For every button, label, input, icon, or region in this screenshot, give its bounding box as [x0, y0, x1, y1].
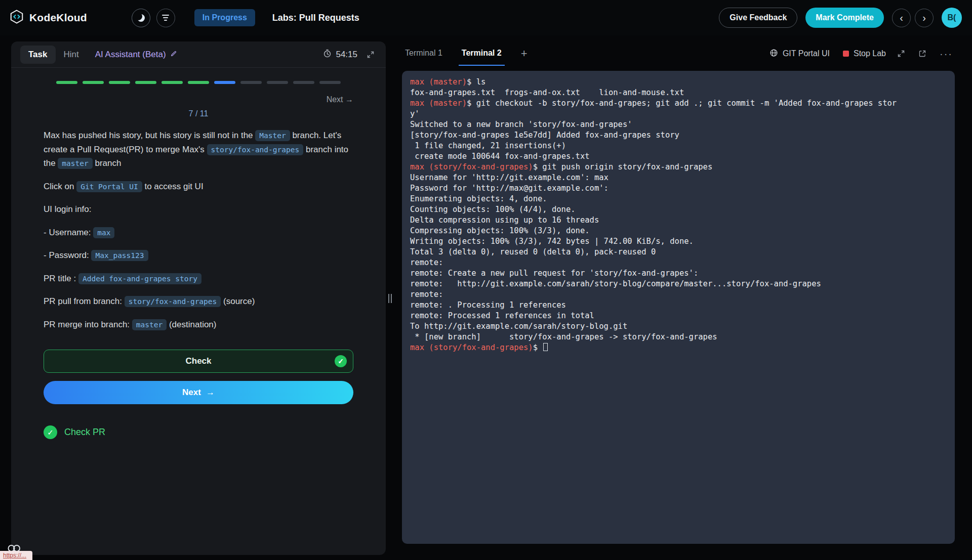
link-preview: https://...: [0, 551, 32, 560]
ai-tab-label: AI Assistant (Beta): [95, 50, 166, 60]
task-panel: Task Hint AI Assistant (Beta) 54:15: [11, 41, 386, 555]
code-chip: Added fox-and-grapes story: [78, 273, 201, 284]
expand-panel-button[interactable]: [364, 49, 377, 61]
check-button-label: Check: [185, 356, 211, 366]
task-paragraph: Max has pushed his story, but his story …: [44, 128, 353, 170]
task-paragraph: PR title : Added fox-and-grapes story: [44, 272, 353, 286]
terminal-line: Counting objects: 100% (4/4), done.: [410, 204, 947, 215]
code-chip: Master: [255, 130, 290, 141]
theme-toggle-button[interactable]: [132, 9, 150, 27]
stop-lab-button[interactable]: Stop Lab: [843, 49, 886, 58]
task-paragraph: PR merge into branch: master (destinatio…: [44, 318, 353, 332]
kodekloud-logo[interactable]: KodeKloud: [9, 9, 87, 26]
progress-segment: [109, 81, 130, 84]
terminal-line: Switched to a new branch 'story/fox-and-…: [410, 119, 947, 130]
terminal-line: 1 file changed, 21 insertions(+): [410, 141, 947, 151]
terminal-line: Enumerating objects: 4, done.: [410, 194, 947, 204]
terminal-line: max (story/fox-and-grapes)$ git push ori…: [410, 162, 947, 173]
external-link-icon: [918, 50, 926, 58]
stop-lab-label: Stop Lab: [854, 49, 886, 58]
check-glyph: ✓: [338, 357, 344, 365]
progress-segment: [214, 81, 235, 84]
step-indicator: 7 / 11: [44, 109, 353, 118]
terminal-line: remote:: [410, 289, 947, 300]
filter-button[interactable]: [156, 9, 175, 27]
timer-value: 54:15: [336, 50, 357, 60]
stop-icon: [843, 51, 849, 57]
progress-segment: [135, 81, 156, 84]
terminal-line: Password for 'http://max@git.example.com…: [410, 183, 947, 194]
next-lab-button[interactable]: ›: [915, 9, 934, 27]
terminal-line: Total 3 (delta 0), reused 0 (delta 0), p…: [410, 247, 947, 257]
add-terminal-button[interactable]: +: [518, 48, 531, 59]
check-button[interactable]: Check ✓: [44, 350, 353, 373]
git-portal-label: GIT Portal UI: [783, 49, 830, 58]
open-external-button[interactable]: [916, 48, 928, 60]
next-step-link[interactable]: Next →: [327, 95, 353, 104]
tab-hint[interactable]: Hint: [56, 46, 87, 64]
top-header: KodeKloud In Progress Labs: Pull Request…: [0, 0, 972, 35]
status-badge: In Progress: [194, 9, 255, 26]
terminal-panel: Terminal 1 Terminal 2 + GIT Portal UI St…: [394, 41, 963, 555]
task-paragraph: - Username: max: [44, 226, 353, 240]
next-button-label: Next: [182, 387, 201, 398]
code-chip: master: [132, 319, 167, 330]
progress-segment: [319, 81, 341, 84]
terminal-line: remote: Create a new pull request for 's…: [410, 268, 947, 279]
git-portal-icon: [770, 49, 778, 59]
terminal-line: * [new branch] story/fox-and-grapes -> s…: [410, 332, 947, 342]
git-portal-ui-button[interactable]: GIT Portal UI: [770, 49, 830, 59]
resize-grip-icon: [388, 294, 392, 303]
check-pr-label: Check PR: [64, 427, 105, 438]
terminal-output[interactable]: max (master)$ lsfox-and-grapes.txt frogs…: [402, 71, 955, 544]
expand-icon: [367, 51, 375, 59]
progress-segment: [293, 81, 314, 84]
fullscreen-button[interactable]: [895, 48, 907, 60]
progress-segment: [83, 81, 104, 84]
next-task-button[interactable]: Next →: [44, 381, 353, 404]
terminal-line: max (master)$ git checkout -b story/fox-…: [410, 98, 947, 109]
clock-icon: [323, 49, 332, 60]
prev-lab-button[interactable]: ‹: [892, 9, 911, 27]
lab-title: Labs: Pull Requests: [272, 13, 359, 23]
more-options-button[interactable]: ···: [938, 46, 955, 62]
arrow-right-icon: →: [206, 387, 215, 398]
check-glyph: ✓: [47, 428, 54, 437]
terminal-line: create mode 100644 fox-and-grapes.txt: [410, 151, 947, 162]
progress-bar: [44, 81, 353, 84]
terminal-line: remote:: [410, 257, 947, 268]
terminal-cursor: [543, 343, 548, 351]
user-avatar[interactable]: B(: [942, 8, 962, 28]
terminal-line: max (story/fox-and-grapes)$: [410, 342, 947, 353]
code-chip: max: [93, 227, 114, 238]
terminal-line: remote: Processed 1 references in total: [410, 311, 947, 321]
progress-segment: [56, 81, 77, 84]
give-feedback-button[interactable]: Give Feedback: [719, 8, 797, 28]
check-pr-success-icon: ✓: [44, 425, 57, 439]
tab-terminal-2[interactable]: Terminal 2: [459, 41, 505, 66]
lab-timer: 54:15: [323, 49, 357, 60]
terminal-line: fox-and-grapes.txt frogs-and-ox.txt lion…: [410, 88, 947, 98]
task-paragraph: PR pull from branch: story/fox-and-grape…: [44, 294, 353, 309]
task-paragraph: UI login info:: [44, 202, 353, 217]
progress-segment: [161, 81, 183, 84]
terminal-line: remote: http://git.example.com/sarah/sto…: [410, 279, 947, 289]
task-content: Next → 7 / 11 Max has pushed his story, …: [11, 68, 386, 555]
terminal-line: Delta compression using up to 16 threads: [410, 215, 947, 226]
moon-icon: [137, 14, 145, 22]
terminal-line: max (master)$ ls: [410, 77, 947, 88]
code-chip: story/fox-and-grapes: [207, 144, 304, 155]
check-pr-status: ✓ Check PR: [44, 425, 353, 439]
code-chip: Max_pass123: [91, 250, 148, 261]
fullscreen-icon: [897, 50, 905, 58]
mark-complete-button[interactable]: Mark Complete: [805, 8, 884, 28]
tab-task[interactable]: Task: [20, 46, 56, 64]
tab-ai-assistant[interactable]: AI Assistant (Beta): [87, 46, 185, 64]
kodekloud-logo-icon: [9, 9, 24, 26]
task-panel-tabs: Task Hint AI Assistant (Beta) 54:15: [11, 41, 386, 68]
tab-terminal-1[interactable]: Terminal 1: [402, 41, 446, 66]
chevron-left-icon: ‹: [900, 12, 903, 24]
panel-resize-handle[interactable]: [386, 41, 394, 555]
progress-segment: [267, 81, 288, 84]
terminal-line: remote: . Processing 1 references: [410, 300, 947, 311]
